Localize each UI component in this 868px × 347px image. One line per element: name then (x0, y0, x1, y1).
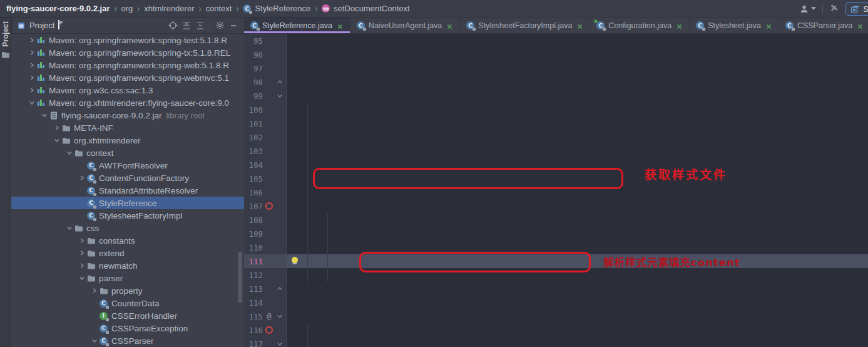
tab-StyleReference-java[interactable]: CStyleReference.java (244, 18, 350, 33)
gutter[interactable]: 108 (244, 213, 287, 227)
chevron-right-icon[interactable] (53, 123, 61, 132)
tree-item-Maven-org-springframework-spring-webmvc-[interactable]: Maven: org.springframework:spring-webmvc… (11, 71, 244, 84)
fold-marker-icon[interactable] (275, 286, 284, 292)
tree-item-property[interactable]: property (11, 284, 244, 297)
project-tree[interactable]: Maven: org.springframework:spring-test:5… (11, 34, 244, 347)
gutter[interactable]: 109 (244, 227, 287, 241)
intention-bulb-icon[interactable] (292, 257, 298, 263)
tree-item-parser[interactable]: parser (11, 272, 244, 284)
tree-item-CSSParser[interactable]: CCSSParser (11, 334, 244, 347)
tree-item-flying-saucer-core-9-0-2-jar[interactable]: flying-saucer-core-9.0.2.jarlibrary root (11, 109, 244, 122)
settings-button[interactable] (213, 19, 227, 32)
chevron-down-icon[interactable] (40, 111, 49, 120)
gutter[interactable]: 106 (244, 185, 287, 199)
tree-item-CSSErrorHandler[interactable]: ICSSErrorHandler (11, 309, 244, 322)
gutter[interactable]: 112 (244, 268, 287, 282)
run-configuration-button[interactable]: S (845, 2, 868, 16)
gutter[interactable]: 111 (244, 254, 287, 268)
gutter[interactable]: 96 (244, 48, 287, 61)
tree-item-css[interactable]: css (11, 222, 244, 234)
project-view-dropdown[interactable] (58, 20, 59, 29)
tree-item-newmatch[interactable]: newmatch (11, 259, 244, 272)
breadcrumb-item[interactable]: flying-saucer-core-9.0.2.jar (6, 4, 110, 13)
close-icon[interactable] (577, 23, 583, 29)
tree-item-Maven-org-springframework-spring-web-5-1[interactable]: Maven: org.springframework:spring-web:5.… (11, 59, 244, 71)
close-icon[interactable] (337, 23, 344, 29)
tree-item-AWTFontResolver[interactable]: CAWTFontResolver (11, 159, 244, 172)
code-editor[interactable]: 9596979899100101102103104105106107108109… (244, 34, 868, 347)
gutter[interactable]: 104 (244, 158, 287, 172)
chevron-right-icon[interactable] (28, 73, 36, 82)
fold-marker-icon[interactable] (275, 79, 284, 85)
expand-all-button[interactable] (180, 19, 193, 32)
gutter[interactable]: 100 (244, 103, 287, 117)
tab-CSSParser-java[interactable]: CCSSParser.java (779, 18, 868, 33)
tab-Stylesheet-java[interactable]: CStylesheet.java (690, 18, 779, 33)
hide-button[interactable] (227, 19, 240, 32)
gutter[interactable]: 98 (244, 75, 287, 89)
fold-marker-icon[interactable] (275, 313, 284, 319)
fold-marker-icon[interactable] (275, 341, 284, 347)
user-menu-button[interactable] (799, 4, 816, 13)
tree-item-Maven-org-w3c-css-sac-1-3[interactable]: Maven: org.w3c.css:sac:1.3 (11, 84, 244, 96)
breadcrumb-item[interactable]: context (205, 4, 232, 13)
chevron-right-icon[interactable] (90, 286, 99, 295)
breadcrumb-item[interactable]: msetDocumentContext (322, 4, 409, 13)
breadcrumb-item[interactable]: org (121, 4, 133, 13)
breadcrumb-item[interactable]: CStyleReference (243, 4, 310, 13)
gutter[interactable]: 107 (244, 199, 287, 213)
gutter[interactable]: 103 (244, 144, 287, 158)
chevron-down-icon[interactable] (28, 98, 36, 107)
gutter[interactable]: 114 (244, 296, 287, 309)
close-icon[interactable] (766, 23, 772, 29)
gutter[interactable]: 110 (244, 241, 287, 254)
chevron-down-icon[interactable] (65, 224, 74, 232)
chevron-right-icon[interactable] (78, 261, 86, 270)
collapse-all-button[interactable] (193, 19, 207, 32)
tree-item-org-xhtmlrenderer[interactable]: org.xhtmlrenderer (11, 134, 244, 147)
tab-NaiveUserAgent-java[interactable]: CNaiveUserAgent.java (350, 18, 460, 33)
tree-item-context[interactable]: context (11, 147, 244, 159)
gutter[interactable]: 101 (244, 117, 287, 130)
chevron-down-icon[interactable] (90, 336, 99, 345)
close-icon[interactable] (677, 23, 683, 29)
tree-item-StyleReference[interactable]: CStyleReference (11, 197, 244, 209)
locate-button[interactable] (166, 19, 180, 32)
tree-item-META-INF[interactable]: META-INF (11, 122, 244, 134)
tree-item-constants[interactable]: constants (11, 234, 244, 247)
project-tool-tab[interactable]: Project (0, 21, 11, 60)
chevron-down-icon[interactable] (53, 136, 61, 145)
tree-item-Maven-org-xhtmlrenderer-flying-saucer-co[interactable]: Maven: org.xhtmlrenderer:flying-saucer-c… (11, 96, 244, 109)
tree-scrollbar[interactable] (238, 252, 242, 303)
chevron-right-icon[interactable] (78, 249, 86, 257)
chevron-right-icon[interactable] (28, 86, 36, 95)
build-button[interactable] (829, 3, 839, 14)
tree-item-Maven-org-springframework-spring-test-5-[interactable]: Maven: org.springframework:spring-test:5… (11, 34, 244, 46)
breadcrumb-item[interactable]: xhtmlrenderer (144, 4, 194, 13)
gutter[interactable]: 105 (244, 172, 287, 185)
gutter[interactable]: 115@ (244, 309, 287, 323)
tree-item-Maven-org-springframework-spring-tx-5-1-[interactable]: Maven: org.springframework:spring-tx:5.1… (11, 46, 244, 59)
chevron-right-icon[interactable] (28, 48, 36, 57)
gutter[interactable]: 95 (244, 34, 287, 48)
tab-StylesheetFactoryImpl-java[interactable]: CStylesheetFactoryImpl.java (460, 18, 590, 33)
chevron-right-icon[interactable] (28, 36, 36, 44)
gutter[interactable]: 99 (244, 89, 287, 103)
gutter[interactable]: 97 (244, 61, 287, 75)
tree-item-ContentFunctionFactory[interactable]: CContentFunctionFactory (11, 172, 244, 184)
close-icon[interactable] (857, 23, 864, 29)
gutter[interactable]: 102 (244, 130, 287, 144)
tree-item-CounterData[interactable]: CCounterData (11, 297, 244, 309)
gutter[interactable]: 116 (244, 323, 287, 337)
fold-marker-icon[interactable] (275, 93, 284, 99)
chevron-down-icon[interactable] (65, 148, 74, 157)
gutter[interactable]: 117 (244, 337, 287, 347)
gutter[interactable]: 113 (244, 282, 287, 296)
close-icon[interactable] (447, 23, 453, 29)
project-panel-title[interactable]: Project (29, 21, 54, 30)
tree-item-StylesheetFactoryImpl[interactable]: CStylesheetFactoryImpl (11, 209, 244, 222)
tree-item-StandardAttributeResolver[interactable]: CStandardAttributeResolver (11, 184, 244, 197)
chevron-down-icon[interactable] (78, 274, 86, 282)
chevron-right-icon[interactable] (28, 61, 36, 70)
tree-item-extend[interactable]: extend (11, 247, 244, 259)
